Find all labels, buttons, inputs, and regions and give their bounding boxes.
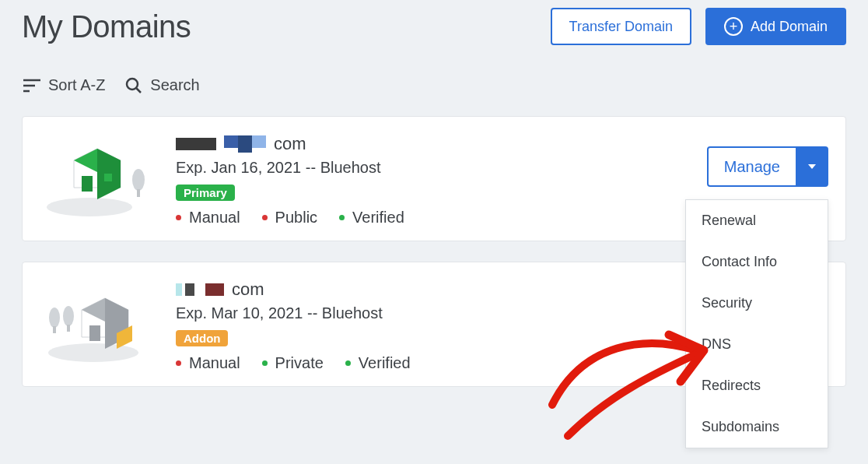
svg-rect-12 — [137, 189, 140, 197]
domain-tld: com — [232, 279, 264, 300]
card-actions: Manage — [707, 146, 828, 187]
dropdown-item-redirects[interactable]: Redirects — [686, 365, 828, 406]
status-dot-icon — [262, 215, 268, 220]
svg-point-3 — [127, 79, 138, 90]
status-private: Private — [262, 354, 324, 372]
dropdown-item-dns[interactable]: DNS — [686, 324, 828, 365]
svg-point-5 — [47, 198, 132, 216]
svg-point-13 — [48, 343, 138, 362]
redacted-text — [205, 283, 224, 296]
manage-button[interactable]: Manage — [707, 146, 797, 187]
status-dot-icon — [345, 360, 351, 366]
sort-label: Sort A-Z — [48, 76, 105, 94]
manage-dropdown: Renewal Contact Info Security DNS Redire… — [685, 199, 828, 448]
domain-card: com Exp. Jan 16, 2021 -- Bluehost Primar… — [22, 116, 846, 241]
add-domain-button[interactable]: + Add Domain — [705, 8, 846, 45]
status-dot-icon — [176, 215, 181, 220]
sort-button[interactable]: Sort A-Z — [23, 76, 105, 94]
redacted-text — [176, 138, 216, 150]
domain-list: com Exp. Jan 16, 2021 -- Bluehost Primar… — [22, 116, 846, 387]
search-button[interactable]: Search — [125, 76, 199, 94]
svg-rect-9 — [82, 176, 93, 192]
chevron-down-icon — [808, 164, 816, 169]
add-domain-label: Add Domain — [751, 19, 828, 35]
redacted-text — [185, 283, 194, 296]
sort-icon — [23, 79, 40, 93]
status-dot-icon — [339, 215, 345, 220]
status-verified: Verified — [345, 354, 411, 372]
status-manual: Manual — [176, 209, 240, 227]
dropdown-item-security[interactable]: Security — [686, 283, 828, 324]
redacted-text — [252, 135, 266, 148]
domain-thumb-icon — [37, 276, 157, 366]
domain-badge-addon: Addon — [176, 330, 228, 346]
status-dot-icon — [176, 360, 181, 366]
transfer-domain-button[interactable]: Transfer Domain — [551, 8, 691, 45]
plus-icon: + — [724, 17, 743, 36]
dropdown-item-subdomains[interactable]: Subdomains — [686, 406, 828, 448]
domain-badge-primary: Primary — [176, 185, 235, 201]
header: My Domains Transfer Domain + Add Domain — [22, 8, 846, 45]
dropdown-item-contact-info[interactable]: Contact Info — [686, 241, 828, 283]
search-icon — [125, 77, 142, 94]
svg-rect-15 — [53, 326, 56, 333]
svg-line-4 — [137, 88, 142, 93]
svg-point-16 — [63, 306, 74, 326]
page-title: My Domains — [22, 9, 191, 44]
status-verified: Verified — [339, 209, 404, 227]
transfer-domain-label: Transfer Domain — [569, 19, 673, 35]
search-label: Search — [150, 76, 199, 94]
svg-point-14 — [49, 308, 60, 328]
dropdown-item-renewal[interactable]: Renewal — [686, 200, 828, 241]
toolbar: Sort A-Z Search — [22, 76, 846, 94]
status-manual: Manual — [176, 354, 240, 372]
redacted-text — [224, 135, 238, 148]
svg-point-11 — [132, 169, 145, 191]
status-public: Public — [262, 209, 317, 227]
svg-rect-10 — [104, 174, 112, 181]
status-dot-icon — [262, 360, 268, 366]
svg-rect-17 — [67, 325, 70, 332]
svg-rect-21 — [89, 325, 100, 341]
domain-thumb-icon — [37, 131, 157, 220]
redacted-text — [176, 283, 182, 296]
redacted-text — [238, 135, 252, 153]
domain-tld: com — [274, 134, 306, 154]
header-actions: Transfer Domain + Add Domain — [551, 8, 846, 45]
manage-dropdown-toggle[interactable] — [797, 146, 828, 187]
